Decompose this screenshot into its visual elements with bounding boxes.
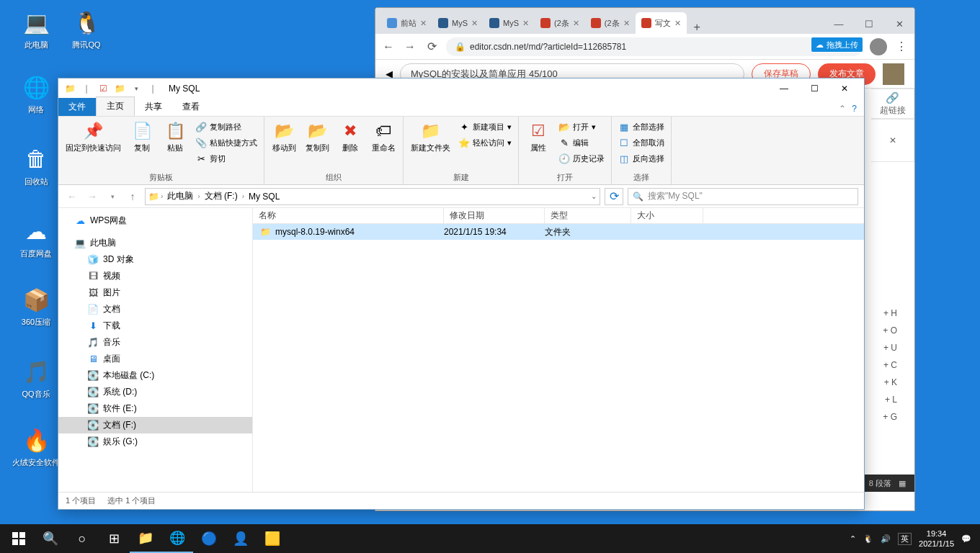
tree-item[interactable]: 💽文档 (F:) [58,417,252,433]
newitem-button[interactable]: ✦新建项目 ▾ [456,119,514,135]
close-button[interactable]: ✕ [829,80,860,97]
minimize-icon[interactable]: — [824,14,854,34]
browser-tab[interactable]: MyS✕ [432,12,484,34]
cut-button[interactable]: ✂剪切 [193,150,259,166]
edit-button[interactable]: ✎编辑 [556,135,607,150]
browser-tab[interactable]: (2条✕ [535,12,585,34]
app-task-2[interactable]: 🟨 [257,524,288,553]
delete-button[interactable]: ✖删除 [335,119,365,154]
tree-item[interactable]: 💽娱乐 (G:) [58,433,252,450]
desktop-icon-5[interactable]: 📦360压缩 [11,284,61,328]
qat-dropdown-icon[interactable]: ▾ [129,81,143,96]
browser-tab[interactable]: MyS✕ [484,12,535,34]
refresh-button[interactable]: ⟳ [605,188,623,205]
collapse-ribbon-icon[interactable]: ⌃ [839,104,846,114]
tree-item[interactable]: ☁WPS网盘 [58,212,252,229]
crumb-drive[interactable]: 文档 (F:) [202,190,241,202]
tab-view[interactable]: 查看 [172,98,210,116]
tab-close-icon[interactable]: ✕ [674,19,681,28]
forward-icon[interactable]: → [403,40,417,53]
tree-item[interactable]: 💽本地磁盘 (C:) [58,367,252,384]
breadcrumb[interactable]: 📁 › 此电脑› 文档 (F:)› My SQL ⌄ [145,188,600,205]
link-icon[interactable]: 🔗超链接 [871,89,914,119]
history-button[interactable]: 🕘历史记录 [556,150,607,166]
tree-item[interactable]: 💽软件 (E:) [58,400,252,417]
maximize-button[interactable]: ☐ [799,80,829,97]
explorer-task[interactable]: 📁 [130,524,161,553]
tab-close-icon[interactable]: ✕ [420,19,427,28]
desktop-icon-1[interactable]: 🐧腾讯QQ [61,7,112,50]
tree-item[interactable]: 💻此电脑 [58,235,252,251]
tree-item[interactable]: 🖼图片 [58,284,252,301]
qat-newfolder-icon[interactable]: 📁 [112,81,127,96]
selectall-button[interactable]: ▦全部选择 [616,119,667,135]
desktop-icon-7[interactable]: 🔥火绒安全软件 [11,425,61,468]
qat-properties-icon[interactable]: ☑ [96,81,110,96]
chevron-down-icon[interactable]: ⌄ [591,192,597,200]
tab-close-icon[interactable]: ✕ [522,19,529,28]
search-icon[interactable]: 🔍 [35,524,66,553]
desktop-icon-3[interactable]: 🗑回收站 [11,144,61,187]
paste-button[interactable]: 📋粘贴 [160,119,190,154]
easyaccess-button[interactable]: ⭐轻松访问 ▾ [456,135,514,150]
properties-button[interactable]: ☑属性 [523,119,553,154]
tab-file[interactable]: 文件 [58,98,96,116]
taskview-icon[interactable]: ⊞ [98,524,130,553]
minimize-button[interactable]: — [769,80,799,97]
crumb-folder[interactable]: My SQL [246,192,282,202]
close-panel-icon[interactable]: ✕ [871,119,914,162]
browser-tab[interactable]: 写文✕ [636,12,687,34]
desktop-icon-2[interactable]: 🌐网络 [11,72,61,115]
open-button[interactable]: 📂打开 ▾ [556,119,607,135]
nav-up-icon[interactable]: ↑ [125,191,141,202]
volume-icon[interactable]: 🔊 [881,534,891,544]
file-row[interactable]: 📁mysql-8.0.19-winx642021/1/15 19:34文件夹 [253,224,864,240]
nav-back-icon[interactable]: ← [64,191,80,202]
tab-close-icon[interactable]: ✕ [573,19,579,28]
close-icon[interactable]: ✕ [884,14,914,34]
chrome-task[interactable]: 🌐 [161,524,193,553]
menu-icon[interactable]: ⋮ [894,40,909,53]
moveto-button[interactable]: 📂移动到 [269,119,299,154]
invert-button[interactable]: ◫反向选择 [616,150,667,166]
pasteshortcut-button[interactable]: 📎粘贴快捷方式 [193,135,259,150]
edge-task[interactable]: 🔵 [193,524,225,553]
cortana-icon[interactable]: ○ [66,524,98,553]
cloud-upload-button[interactable]: ☁拖拽上传 [811,37,863,53]
clock[interactable]: 19:34 2021/1/15 [919,529,954,549]
address-bar[interactable]: 🔒 editor.csdn.net/md/?articleId=11268578… [446,37,863,56]
rename-button[interactable]: 🏷重命名 [368,119,398,154]
notification-icon[interactable]: 💬 [961,534,971,544]
tab-share[interactable]: 共享 [135,98,172,116]
reload-icon[interactable]: ⟳ [424,40,439,53]
copyto-button[interactable]: 📂复制到 [302,119,332,154]
nav-tree[interactable]: ☁WPS网盘💻此电脑🧊3D 对象🎞视频🖼图片📄文档⬇下载🎵音乐🖥桌面💽本地磁盘 … [58,208,253,492]
pin-button[interactable]: 📌固定到快速访问 [63,119,124,154]
view-icon[interactable]: ▦ [899,479,906,488]
back-icon[interactable]: ← [381,40,396,53]
new-tab-button[interactable]: + [687,21,708,34]
tree-item[interactable]: 🧊3D 对象 [58,251,252,268]
desktop-icon-4[interactable]: ☁百度网盘 [11,216,61,259]
qq-tray-icon[interactable]: 🐧 [863,534,873,544]
crumb-pc[interactable]: 此电脑 [164,190,196,202]
tab-close-icon[interactable]: ✕ [471,19,478,28]
maximize-icon[interactable]: ☐ [854,14,884,34]
selectnone-button[interactable]: ☐全部取消 [616,135,667,150]
newfolder-button[interactable]: 📁新建文件夹 [408,119,453,154]
copypath-button[interactable]: 🔗复制路径 [193,119,259,135]
nav-history-icon[interactable]: ▾ [104,193,120,200]
ime-icon[interactable]: 英 [898,533,912,545]
browser-tab[interactable]: (2条✕ [585,12,636,34]
profile-avatar[interactable] [870,38,887,55]
tree-item[interactable]: 🎵音乐 [58,334,252,351]
start-button[interactable] [3,524,35,553]
nav-forward-icon[interactable]: → [84,191,100,202]
app-task[interactable]: 👤 [225,524,257,553]
copy-button[interactable]: 📄复制 [127,119,157,154]
desktop-icon-6[interactable]: 🎵QQ音乐 [11,356,61,400]
tab-home[interactable]: 主页 [96,96,135,116]
desktop-icon-0[interactable]: 💻此电脑 [11,7,61,50]
tab-close-icon[interactable]: ✕ [623,19,630,28]
tree-item[interactable]: 🖥桌面 [58,351,252,367]
